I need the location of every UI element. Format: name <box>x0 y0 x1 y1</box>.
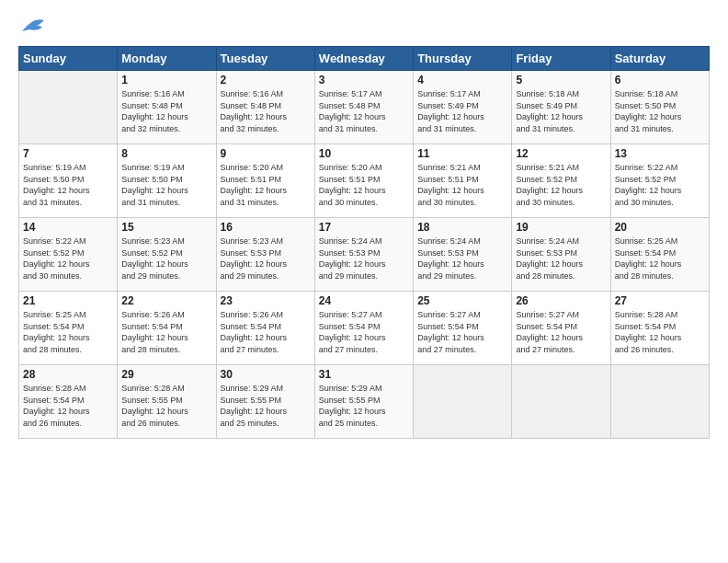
week-row-3: 14Sunrise: 5:22 AM Sunset: 5:52 PM Dayli… <box>19 218 710 292</box>
calendar-cell: 12Sunrise: 5:21 AM Sunset: 5:52 PM Dayli… <box>512 144 610 218</box>
cell-info: Sunrise: 5:18 AM Sunset: 5:49 PM Dayligh… <box>516 88 606 134</box>
day-number: 30 <box>221 368 311 381</box>
header-day-saturday: Saturday <box>610 47 709 71</box>
day-number: 11 <box>417 147 507 160</box>
header-day-wednesday: Wednesday <box>314 47 413 71</box>
calendar-cell: 10Sunrise: 5:20 AM Sunset: 5:51 PM Dayli… <box>314 144 413 218</box>
cell-info: Sunrise: 5:27 AM Sunset: 5:54 PM Dayligh… <box>319 309 409 355</box>
day-number: 16 <box>221 221 311 234</box>
calendar-cell <box>19 71 118 144</box>
day-number: 23 <box>221 294 311 307</box>
cell-info: Sunrise: 5:24 AM Sunset: 5:53 PM Dayligh… <box>319 236 409 282</box>
cell-info: Sunrise: 5:23 AM Sunset: 5:53 PM Dayligh… <box>221 236 311 282</box>
header-day-tuesday: Tuesday <box>216 47 314 71</box>
cell-info: Sunrise: 5:27 AM Sunset: 5:54 PM Dayligh… <box>417 309 507 355</box>
cell-info: Sunrise: 5:19 AM Sunset: 5:50 PM Dayligh… <box>121 162 211 208</box>
day-number: 9 <box>221 147 311 160</box>
cell-info: Sunrise: 5:28 AM Sunset: 5:55 PM Dayligh… <box>121 383 211 429</box>
cell-info: Sunrise: 5:24 AM Sunset: 5:53 PM Dayligh… <box>516 236 606 282</box>
calendar-table: SundayMondayTuesdayWednesdayThursdayFrid… <box>18 46 710 439</box>
day-number: 20 <box>615 221 705 234</box>
day-number: 13 <box>615 147 705 160</box>
calendar-cell: 11Sunrise: 5:21 AM Sunset: 5:51 PM Dayli… <box>414 144 512 218</box>
day-number: 10 <box>319 147 409 160</box>
logo-icon <box>20 15 46 35</box>
calendar-cell: 14Sunrise: 5:22 AM Sunset: 5:52 PM Dayli… <box>19 218 118 292</box>
calendar-cell: 20Sunrise: 5:25 AM Sunset: 5:54 PM Dayli… <box>610 218 709 292</box>
cell-info: Sunrise: 5:17 AM Sunset: 5:48 PM Dayligh… <box>319 88 409 134</box>
cell-info: Sunrise: 5:26 AM Sunset: 5:54 PM Dayligh… <box>121 309 211 355</box>
day-number: 18 <box>417 221 507 234</box>
cell-info: Sunrise: 5:29 AM Sunset: 5:55 PM Dayligh… <box>221 383 311 429</box>
cell-info: Sunrise: 5:18 AM Sunset: 5:50 PM Dayligh… <box>615 88 705 134</box>
day-number: 17 <box>319 221 409 234</box>
calendar-cell: 9Sunrise: 5:20 AM Sunset: 5:51 PM Daylig… <box>216 144 314 218</box>
cell-info: Sunrise: 5:21 AM Sunset: 5:52 PM Dayligh… <box>516 162 606 208</box>
cell-info: Sunrise: 5:22 AM Sunset: 5:52 PM Dayligh… <box>23 236 113 282</box>
calendar-cell: 4Sunrise: 5:17 AM Sunset: 5:49 PM Daylig… <box>414 71 512 144</box>
cell-info: Sunrise: 5:21 AM Sunset: 5:51 PM Dayligh… <box>417 162 507 208</box>
header-row: SundayMondayTuesdayWednesdayThursdayFrid… <box>19 47 710 71</box>
calendar-cell: 16Sunrise: 5:23 AM Sunset: 5:53 PM Dayli… <box>216 218 314 292</box>
cell-info: Sunrise: 5:28 AM Sunset: 5:54 PM Dayligh… <box>615 309 705 355</box>
day-number: 25 <box>417 294 507 307</box>
calendar-cell: 28Sunrise: 5:28 AM Sunset: 5:54 PM Dayli… <box>19 365 118 439</box>
day-number: 7 <box>23 147 113 160</box>
page: SundayMondayTuesdayWednesdayThursdayFrid… <box>0 0 728 563</box>
week-row-4: 21Sunrise: 5:25 AM Sunset: 5:54 PM Dayli… <box>19 292 710 365</box>
calendar-cell: 24Sunrise: 5:27 AM Sunset: 5:54 PM Dayli… <box>314 292 413 365</box>
calendar-cell <box>512 365 610 439</box>
header-day-monday: Monday <box>118 47 216 71</box>
day-number: 22 <box>121 294 211 307</box>
calendar-cell: 29Sunrise: 5:28 AM Sunset: 5:55 PM Dayli… <box>118 365 216 439</box>
calendar-cell: 5Sunrise: 5:18 AM Sunset: 5:49 PM Daylig… <box>512 71 610 144</box>
cell-info: Sunrise: 5:25 AM Sunset: 5:54 PM Dayligh… <box>23 309 113 355</box>
cell-info: Sunrise: 5:16 AM Sunset: 5:48 PM Dayligh… <box>121 88 211 134</box>
calendar-cell: 25Sunrise: 5:27 AM Sunset: 5:54 PM Dayli… <box>414 292 512 365</box>
day-number: 12 <box>516 147 606 160</box>
calendar-cell: 1Sunrise: 5:16 AM Sunset: 5:48 PM Daylig… <box>118 71 216 144</box>
cell-info: Sunrise: 5:16 AM Sunset: 5:48 PM Dayligh… <box>221 88 311 134</box>
calendar-cell: 2Sunrise: 5:16 AM Sunset: 5:48 PM Daylig… <box>216 71 314 144</box>
day-number: 26 <box>516 294 606 307</box>
week-row-1: 1Sunrise: 5:16 AM Sunset: 5:48 PM Daylig… <box>19 71 710 144</box>
calendar-cell <box>610 365 709 439</box>
cell-info: Sunrise: 5:24 AM Sunset: 5:53 PM Dayligh… <box>417 236 507 282</box>
calendar-cell: 22Sunrise: 5:26 AM Sunset: 5:54 PM Dayli… <box>118 292 216 365</box>
cell-info: Sunrise: 5:29 AM Sunset: 5:55 PM Dayligh… <box>319 383 409 429</box>
logo <box>18 18 46 39</box>
calendar-cell: 7Sunrise: 5:19 AM Sunset: 5:50 PM Daylig… <box>19 144 118 218</box>
calendar-cell: 27Sunrise: 5:28 AM Sunset: 5:54 PM Dayli… <box>610 292 709 365</box>
calendar-cell: 30Sunrise: 5:29 AM Sunset: 5:55 PM Dayli… <box>216 365 314 439</box>
day-number: 21 <box>23 294 113 307</box>
day-number: 2 <box>221 74 311 86</box>
header-day-thursday: Thursday <box>414 47 512 71</box>
calendar-cell: 21Sunrise: 5:25 AM Sunset: 5:54 PM Dayli… <box>19 292 118 365</box>
header <box>18 18 710 39</box>
calendar-cell: 15Sunrise: 5:23 AM Sunset: 5:52 PM Dayli… <box>118 218 216 292</box>
day-number: 28 <box>23 368 113 381</box>
header-day-sunday: Sunday <box>19 47 118 71</box>
calendar-cell: 3Sunrise: 5:17 AM Sunset: 5:48 PM Daylig… <box>314 71 413 144</box>
day-number: 8 <box>121 147 211 160</box>
day-number: 27 <box>615 294 705 307</box>
calendar-cell: 18Sunrise: 5:24 AM Sunset: 5:53 PM Dayli… <box>414 218 512 292</box>
calendar-cell: 8Sunrise: 5:19 AM Sunset: 5:50 PM Daylig… <box>118 144 216 218</box>
week-row-5: 28Sunrise: 5:28 AM Sunset: 5:54 PM Dayli… <box>19 365 710 439</box>
day-number: 24 <box>319 294 409 307</box>
cell-info: Sunrise: 5:23 AM Sunset: 5:52 PM Dayligh… <box>121 236 211 282</box>
cell-info: Sunrise: 5:28 AM Sunset: 5:54 PM Dayligh… <box>23 383 113 429</box>
cell-info: Sunrise: 5:20 AM Sunset: 5:51 PM Dayligh… <box>221 162 311 208</box>
calendar-cell <box>414 365 512 439</box>
day-number: 1 <box>121 74 211 86</box>
day-number: 19 <box>516 221 606 234</box>
day-number: 29 <box>121 368 211 381</box>
cell-info: Sunrise: 5:27 AM Sunset: 5:54 PM Dayligh… <box>516 309 606 355</box>
calendar-cell: 17Sunrise: 5:24 AM Sunset: 5:53 PM Dayli… <box>314 218 413 292</box>
day-number: 14 <box>23 221 113 234</box>
calendar-cell: 23Sunrise: 5:26 AM Sunset: 5:54 PM Dayli… <box>216 292 314 365</box>
calendar-cell: 13Sunrise: 5:22 AM Sunset: 5:52 PM Dayli… <box>610 144 709 218</box>
calendar-cell: 26Sunrise: 5:27 AM Sunset: 5:54 PM Dayli… <box>512 292 610 365</box>
cell-info: Sunrise: 5:25 AM Sunset: 5:54 PM Dayligh… <box>615 236 705 282</box>
week-row-2: 7Sunrise: 5:19 AM Sunset: 5:50 PM Daylig… <box>19 144 710 218</box>
